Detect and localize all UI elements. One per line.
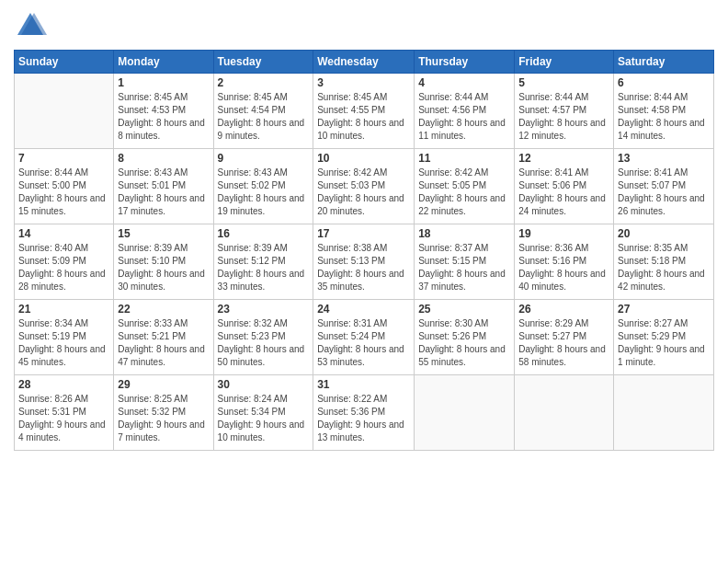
day-number: 27	[618, 303, 710, 316]
day-info: Sunrise: 8:44 AMSunset: 5:00 PMDaylight:…	[18, 167, 106, 216]
calendar-cell: 12 Sunrise: 8:41 AMSunset: 5:06 PMDaylig…	[515, 149, 614, 224]
calendar-week-2: 7 Sunrise: 8:44 AMSunset: 5:00 PMDayligh…	[15, 149, 714, 224]
weekday-thursday: Thursday	[415, 51, 515, 74]
day-number: 25	[418, 303, 510, 316]
calendar-cell: 28 Sunrise: 8:26 AMSunset: 5:31 PMDaylig…	[15, 375, 114, 451]
weekday-tuesday: Tuesday	[213, 51, 313, 74]
calendar-cell: 14 Sunrise: 8:40 AMSunset: 5:09 PMDaylig…	[15, 224, 114, 300]
calendar-cell: 4 Sunrise: 8:44 AMSunset: 4:56 PMDayligh…	[415, 74, 515, 149]
day-number: 17	[317, 227, 410, 240]
day-info: Sunrise: 8:40 AMSunset: 5:09 PMDaylight:…	[18, 243, 106, 292]
calendar-cell: 27 Sunrise: 8:27 AMSunset: 5:29 PMDaylig…	[614, 300, 714, 375]
calendar-week-3: 14 Sunrise: 8:40 AMSunset: 5:09 PMDaylig…	[15, 224, 714, 300]
day-info: Sunrise: 8:44 AMSunset: 4:57 PMDaylight:…	[518, 92, 606, 141]
calendar-cell: 9 Sunrise: 8:43 AMSunset: 5:02 PMDayligh…	[213, 149, 313, 224]
day-number: 16	[218, 227, 310, 240]
day-info: Sunrise: 8:42 AMSunset: 5:05 PMDaylight:…	[418, 167, 506, 216]
calendar-cell: 1 Sunrise: 8:45 AMSunset: 4:53 PMDayligh…	[114, 74, 213, 149]
logo	[14, 9, 51, 42]
day-info: Sunrise: 8:22 AMSunset: 5:36 PMDaylight:…	[317, 394, 404, 442]
day-number: 19	[518, 227, 609, 240]
calendar-cell: 22 Sunrise: 8:33 AMSunset: 5:21 PMDaylig…	[114, 300, 213, 375]
day-number: 3	[317, 76, 410, 89]
day-info: Sunrise: 8:37 AMSunset: 5:15 PMDaylight:…	[418, 243, 506, 292]
day-number: 11	[418, 152, 510, 165]
day-info: Sunrise: 8:45 AMSunset: 4:53 PMDaylight:…	[118, 92, 205, 141]
weekday-monday: Monday	[114, 51, 213, 74]
day-info: Sunrise: 8:34 AMSunset: 5:19 PMDaylight:…	[18, 318, 106, 367]
day-number: 21	[18, 303, 109, 316]
day-number: 31	[317, 378, 410, 391]
day-number: 4	[418, 76, 510, 89]
day-number: 14	[18, 227, 109, 240]
day-info: Sunrise: 8:45 AMSunset: 4:54 PMDaylight:…	[218, 92, 305, 141]
day-number: 24	[317, 303, 410, 316]
day-info: Sunrise: 8:29 AMSunset: 5:27 PMDaylight:…	[518, 318, 606, 367]
day-info: Sunrise: 8:27 AMSunset: 5:29 PMDaylight:…	[618, 318, 705, 367]
calendar-cell: 26 Sunrise: 8:29 AMSunset: 5:27 PMDaylig…	[515, 300, 614, 375]
calendar-cell	[614, 375, 714, 451]
day-number: 2	[218, 76, 310, 89]
calendar-cell: 24 Sunrise: 8:31 AMSunset: 5:24 PMDaylig…	[313, 300, 415, 375]
day-info: Sunrise: 8:45 AMSunset: 4:55 PMDaylight:…	[317, 92, 404, 141]
calendar-cell: 6 Sunrise: 8:44 AMSunset: 4:58 PMDayligh…	[614, 74, 714, 149]
day-number: 1	[118, 76, 209, 89]
weekday-wednesday: Wednesday	[313, 51, 415, 74]
calendar-cell: 10 Sunrise: 8:42 AMSunset: 5:03 PMDaylig…	[313, 149, 415, 224]
calendar-cell: 3 Sunrise: 8:45 AMSunset: 4:55 PMDayligh…	[313, 74, 415, 149]
day-number: 12	[518, 152, 609, 165]
day-number: 18	[418, 227, 510, 240]
calendar-week-1: 1 Sunrise: 8:45 AMSunset: 4:53 PMDayligh…	[15, 74, 714, 149]
calendar-cell: 5 Sunrise: 8:44 AMSunset: 4:57 PMDayligh…	[515, 74, 614, 149]
day-number: 29	[118, 378, 209, 391]
day-number: 10	[317, 152, 410, 165]
logo-icon	[14, 9, 47, 42]
calendar-cell: 30 Sunrise: 8:24 AMSunset: 5:34 PMDaylig…	[213, 375, 313, 451]
day-number: 30	[218, 378, 310, 391]
day-number: 13	[618, 152, 710, 165]
calendar-cell: 8 Sunrise: 8:43 AMSunset: 5:01 PMDayligh…	[114, 149, 213, 224]
day-number: 15	[118, 227, 209, 240]
calendar-cell: 16 Sunrise: 8:39 AMSunset: 5:12 PMDaylig…	[213, 224, 313, 300]
calendar-cell: 21 Sunrise: 8:34 AMSunset: 5:19 PMDaylig…	[15, 300, 114, 375]
day-number: 28	[18, 378, 109, 391]
calendar-week-4: 21 Sunrise: 8:34 AMSunset: 5:19 PMDaylig…	[15, 300, 714, 375]
day-info: Sunrise: 8:33 AMSunset: 5:21 PMDaylight:…	[118, 318, 205, 367]
day-number: 6	[618, 76, 710, 89]
day-number: 5	[518, 76, 609, 89]
day-info: Sunrise: 8:31 AMSunset: 5:24 PMDaylight:…	[317, 318, 404, 367]
day-info: Sunrise: 8:43 AMSunset: 5:01 PMDaylight:…	[118, 167, 205, 216]
page: SundayMondayTuesdayWednesdayThursdayFrid…	[0, 0, 728, 563]
day-info: Sunrise: 8:41 AMSunset: 5:06 PMDaylight:…	[518, 167, 606, 216]
day-info: Sunrise: 8:30 AMSunset: 5:26 PMDaylight:…	[418, 318, 506, 367]
calendar-cell: 13 Sunrise: 8:41 AMSunset: 5:07 PMDaylig…	[614, 149, 714, 224]
header	[14, 9, 714, 42]
day-info: Sunrise: 8:42 AMSunset: 5:03 PMDaylight:…	[317, 167, 404, 216]
day-info: Sunrise: 8:35 AMSunset: 5:18 PMDaylight:…	[618, 243, 705, 292]
day-number: 22	[118, 303, 209, 316]
calendar-cell: 2 Sunrise: 8:45 AMSunset: 4:54 PMDayligh…	[213, 74, 313, 149]
weekday-friday: Friday	[515, 51, 614, 74]
calendar-cell	[415, 375, 515, 451]
calendar-table: SundayMondayTuesdayWednesdayThursdayFrid…	[14, 50, 714, 451]
calendar-week-5: 28 Sunrise: 8:26 AMSunset: 5:31 PMDaylig…	[15, 375, 714, 451]
day-info: Sunrise: 8:43 AMSunset: 5:02 PMDaylight:…	[218, 167, 305, 216]
weekday-saturday: Saturday	[614, 51, 714, 74]
day-info: Sunrise: 8:32 AMSunset: 5:23 PMDaylight:…	[218, 318, 305, 367]
day-info: Sunrise: 8:39 AMSunset: 5:10 PMDaylight:…	[118, 243, 205, 292]
day-info: Sunrise: 8:44 AMSunset: 4:56 PMDaylight:…	[418, 92, 506, 141]
day-info: Sunrise: 8:25 AMSunset: 5:32 PMDaylight:…	[118, 394, 205, 442]
day-number: 26	[518, 303, 609, 316]
calendar-cell: 23 Sunrise: 8:32 AMSunset: 5:23 PMDaylig…	[213, 300, 313, 375]
calendar-cell: 7 Sunrise: 8:44 AMSunset: 5:00 PMDayligh…	[15, 149, 114, 224]
day-number: 8	[118, 152, 209, 165]
weekday-sunday: Sunday	[15, 51, 114, 74]
calendar-cell: 29 Sunrise: 8:25 AMSunset: 5:32 PMDaylig…	[114, 375, 213, 451]
calendar-cell: 18 Sunrise: 8:37 AMSunset: 5:15 PMDaylig…	[415, 224, 515, 300]
calendar-cell: 20 Sunrise: 8:35 AMSunset: 5:18 PMDaylig…	[614, 224, 714, 300]
calendar-cell: 31 Sunrise: 8:22 AMSunset: 5:36 PMDaylig…	[313, 375, 415, 451]
calendar-cell: 25 Sunrise: 8:30 AMSunset: 5:26 PMDaylig…	[415, 300, 515, 375]
day-info: Sunrise: 8:38 AMSunset: 5:13 PMDaylight:…	[317, 243, 404, 292]
day-number: 20	[618, 227, 710, 240]
day-info: Sunrise: 8:36 AMSunset: 5:16 PMDaylight:…	[518, 243, 606, 292]
